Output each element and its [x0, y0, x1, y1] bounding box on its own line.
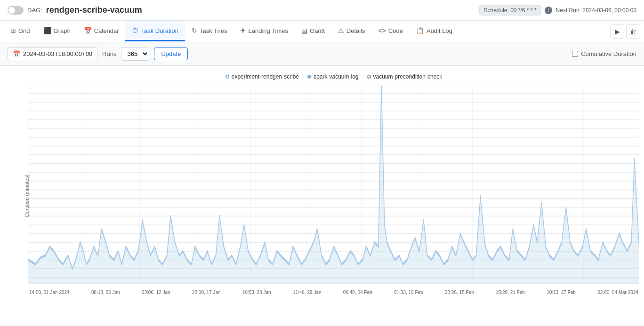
info-icon[interactable]: i — [545, 7, 552, 14]
legend-label-2: spark-vacuum-log — [314, 73, 358, 80]
runs-label: Runs — [102, 50, 116, 57]
schedule-badge: Schedule: 00 */6 * * * — [479, 5, 540, 16]
tab-calendar[interactable]: 📅 Calendar — [77, 21, 126, 41]
nav-actions: ▶ 🗑 — [610, 24, 640, 39]
x-label-8: 20:26, 15 Feb — [445, 290, 474, 295]
landing-times-icon: ✈ — [240, 27, 246, 34]
tab-task-duration[interactable]: ⏱ Task Duration — [125, 21, 185, 41]
header-right: Schedule: 00 */6 * * * i Next Run: 2024-… — [479, 5, 636, 16]
tab-grid[interactable]: ⊞ Grid — [4, 21, 37, 41]
graph-icon: ⬛ — [43, 27, 51, 34]
nav-tabs: ⊞ Grid ⬛ Graph 📅 Calendar ⏱ Task Duratio… — [0, 21, 644, 42]
tab-task-tries[interactable]: ↻ Task Tries — [185, 21, 234, 41]
tab-task-tries-label: Task Tries — [200, 27, 227, 34]
runs-select[interactable]: 365 100 50 25 — [121, 47, 149, 61]
x-label-6: 06:40, 04 Feb — [343, 290, 372, 295]
calendar-picker-icon: 📅 — [13, 50, 20, 57]
x-axis-labels: 14:00, 01 Jan 202408:13, 06 Jan03:06, 12… — [28, 290, 639, 295]
tab-details-label: Details — [346, 27, 365, 34]
cumulative-duration-text: Cumulative Duration — [581, 50, 636, 57]
chart-svg: 49.7748.0046.0044.0042.0040.0038.0036.00… — [28, 86, 639, 284]
x-label-2: 03:06, 12 Jan — [142, 290, 170, 295]
legend-experiment-rendgen-scribe[interactable]: experiment-rendgen-scribe — [225, 73, 299, 80]
svg-marker-60 — [28, 86, 639, 284]
calendar-icon: 📅 — [84, 27, 92, 34]
legend-label-3: vacuum-precondition-check — [373, 73, 443, 80]
update-button[interactable]: Update — [154, 48, 188, 60]
chart-container: Duration (minutes) experiment-rendgen-sc… — [0, 66, 644, 325]
x-label-7: 01:33, 10 Feb — [394, 290, 423, 295]
x-label-10: 10:13, 27 Feb — [547, 290, 576, 295]
tab-code-label: Code — [388, 27, 403, 34]
date-picker[interactable]: 📅 2024-03-03T18:00:00+00 — [8, 48, 97, 60]
x-label-11: 02:00, 04 Mar 2024 — [597, 290, 638, 295]
tab-landing-times-label: Landing Times — [248, 27, 288, 34]
legend-dot-1 — [225, 75, 229, 79]
toolbar: 📅 2024-03-03T18:00:00+00 Runs 365 100 50… — [0, 42, 644, 66]
next-run-label: Next Run: 2024-03-06, 00:00:00 — [556, 7, 636, 14]
x-label-5: 11:46, 29 Jan — [293, 290, 322, 295]
tab-grid-label: Grid — [18, 27, 30, 34]
tab-details[interactable]: ⚠ Details — [331, 21, 372, 41]
tab-graph-label: Graph — [54, 27, 71, 34]
tab-gantt-label: Gantt — [310, 27, 325, 34]
header: DAG: rendgen-scribe-vacuum Schedule: 00 … — [0, 0, 644, 21]
dag-label: DAG: — [27, 7, 42, 14]
tab-task-duration-label: Task Duration — [141, 27, 178, 34]
dag-toggle[interactable] — [8, 6, 24, 15]
task-tries-icon: ↻ — [192, 27, 197, 34]
tab-gantt[interactable]: ▤ Gantt — [295, 21, 331, 41]
date-value: 2024-03-03T18:00:00+00 — [23, 50, 92, 57]
chart-legend: experiment-rendgen-scribe spark-vacuum-l… — [28, 73, 639, 80]
tab-calendar-label: Calendar — [94, 27, 119, 34]
tab-landing-times[interactable]: ✈ Landing Times — [233, 21, 295, 41]
x-label-9: 15:20, 21 Feb — [496, 290, 525, 295]
play-button[interactable]: ▶ — [610, 24, 624, 39]
audit-log-icon: 📋 — [416, 27, 424, 34]
grid-icon: ⊞ — [10, 27, 16, 34]
x-label-0: 14:00, 01 Jan 2024 — [29, 290, 70, 295]
x-label-4: 16:53, 23 Jan — [242, 290, 271, 295]
code-icon: <> — [378, 27, 386, 34]
task-duration-icon: ⏱ — [132, 27, 138, 34]
legend-dot-2 — [307, 75, 311, 79]
delete-button[interactable]: 🗑 — [626, 24, 640, 39]
x-label-3: 22:00, 17 Jan — [192, 290, 221, 295]
legend-dot-3 — [367, 75, 371, 79]
header-left: DAG: rendgen-scribe-vacuum — [8, 5, 142, 15]
tab-audit-log[interactable]: 📋 Audit Log — [410, 21, 459, 41]
cumulative-duration-label[interactable]: Cumulative Duration — [572, 50, 636, 57]
tab-code[interactable]: <> Code — [372, 21, 410, 41]
gantt-icon: ▤ — [301, 27, 307, 34]
tab-audit-log-label: Audit Log — [427, 27, 452, 34]
dag-name: rendgen-scribe-vacuum — [46, 5, 142, 15]
chart-svg-wrapper: 49.7748.0046.0044.0042.0040.0038.0036.00… — [28, 86, 639, 295]
details-icon: ⚠ — [338, 27, 344, 34]
legend-spark-vacuum-log[interactable]: spark-vacuum-log — [307, 73, 358, 80]
y-axis-label: Duration (minutes) — [24, 174, 30, 216]
tab-graph[interactable]: ⬛ Graph — [37, 21, 77, 41]
x-label-1: 08:13, 06 Jan — [91, 290, 120, 295]
cumulative-duration-checkbox[interactable] — [572, 51, 578, 57]
legend-vacuum-precondition-check[interactable]: vacuum-precondition-check — [367, 73, 443, 80]
legend-label-1: experiment-rendgen-scribe — [232, 73, 299, 80]
